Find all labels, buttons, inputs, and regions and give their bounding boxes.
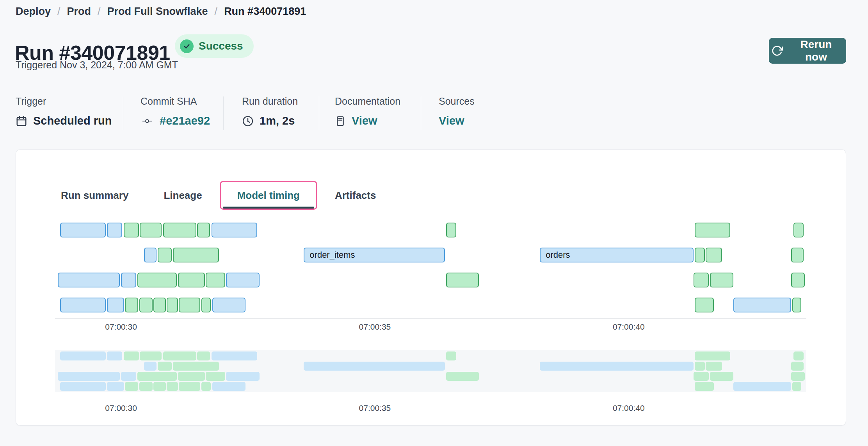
gantt-bar-blue[interactable] xyxy=(60,298,106,312)
gantt-bar-blue[interactable] xyxy=(226,273,260,287)
time-tick-label: 07:00:40 xyxy=(613,403,645,413)
gantt-bar-green[interactable] xyxy=(163,223,196,237)
gantt-bar-green[interactable] xyxy=(791,248,804,262)
gantt-bar-blue[interactable] xyxy=(107,298,124,312)
status-badge: Success xyxy=(175,34,254,58)
gantt-bar-blue[interactable] xyxy=(733,298,791,312)
breadcrumb-item-deploy[interactable]: Deploy xyxy=(16,5,51,18)
tab-bar: Run summary Lineage Model timing Artifac… xyxy=(43,181,393,210)
gantt-bar-green[interactable] xyxy=(446,273,479,287)
model-name-label: orders xyxy=(546,250,570,260)
documentation-view-link[interactable]: View xyxy=(352,114,377,127)
commit-sha-link[interactable]: #e21ae92 xyxy=(160,114,210,127)
meta-trigger: Trigger Scheduled run xyxy=(16,96,112,127)
overview-bar-blue xyxy=(212,382,245,391)
gantt-bar-green[interactable] xyxy=(125,298,138,312)
gantt-bar-green[interactable] xyxy=(792,298,801,312)
breadcrumb-separator: / xyxy=(98,5,101,18)
gantt-bar-blue[interactable] xyxy=(144,248,157,262)
overview-bar-green xyxy=(695,382,714,391)
overview-bar-blue xyxy=(304,362,445,371)
time-tick-label: 07:00:30 xyxy=(105,403,137,413)
overview-brush[interactable] xyxy=(55,350,806,392)
run-metadata-row: Trigger Scheduled run Commit SHA #e21ae9… xyxy=(0,96,868,133)
gantt-bar-green[interactable] xyxy=(173,248,219,262)
gantt-bar-green[interactable] xyxy=(153,298,165,312)
gantt-bar-green[interactable] xyxy=(710,273,733,287)
meta-trigger-value: Scheduled run xyxy=(33,114,112,127)
overview-bar-green xyxy=(179,382,200,391)
overview-bar-blue xyxy=(226,372,260,381)
breadcrumb-item-environment[interactable]: Prod Full Snowflake xyxy=(107,5,208,18)
refresh-icon xyxy=(771,45,783,57)
meta-documentation: Documentation View xyxy=(335,96,400,127)
meta-commit-sha: Commit SHA #e21ae92 xyxy=(141,96,210,127)
overview-bar-blue xyxy=(144,362,157,371)
gantt-bar-green[interactable] xyxy=(139,298,153,312)
overview-bar-blue xyxy=(733,382,791,391)
gantt-bar-green[interactable] xyxy=(695,223,730,237)
gantt-bar-green[interactable] xyxy=(178,273,205,287)
overview-bar-green xyxy=(173,362,219,371)
gantt-bar-green[interactable] xyxy=(695,248,705,262)
document-icon xyxy=(335,115,346,127)
meta-sources-label: Sources xyxy=(439,96,475,107)
gantt-bar-green[interactable] xyxy=(197,223,210,237)
time-tick-label: 07:00:40 xyxy=(613,322,645,332)
overview-bar-green xyxy=(167,382,178,391)
overview-axis-labels: 07:00:3007:00:3507:00:40 xyxy=(55,403,806,414)
overview-bar-green xyxy=(793,351,804,360)
gantt-bar-green[interactable] xyxy=(137,273,177,287)
gantt-bar-blue[interactable] xyxy=(58,273,120,287)
gantt-bar-green[interactable] xyxy=(793,223,804,237)
gantt-bar-green[interactable] xyxy=(124,223,139,237)
overview-row xyxy=(55,382,806,391)
gantt-bar-green[interactable] xyxy=(167,298,178,312)
gantt-row: order_itemsorders xyxy=(55,248,806,262)
overview-bar-green xyxy=(695,351,730,360)
tab-lineage[interactable]: Lineage xyxy=(146,181,219,210)
gantt-bar-blue[interactable] xyxy=(121,273,136,287)
overview-bar-green xyxy=(153,382,165,391)
gantt-bar-blue[interactable] xyxy=(212,223,257,237)
tab-artifacts[interactable]: Artifacts xyxy=(317,181,393,210)
gantt-bar-blue[interactable] xyxy=(60,223,106,237)
tab-model-timing[interactable]: Model timing xyxy=(220,181,317,210)
overview-bar-green xyxy=(706,362,722,371)
gantt-bar-green[interactable] xyxy=(446,223,456,237)
gantt-row xyxy=(55,273,806,287)
overview-bar-green xyxy=(139,382,153,391)
overview-bar-green xyxy=(446,351,456,360)
overview-bar-green xyxy=(206,372,225,381)
gantt-bar-blue[interactable] xyxy=(212,298,245,312)
meta-run-duration: Run duration 1m, 2s xyxy=(242,96,298,127)
overview-axis-line xyxy=(55,395,806,395)
breadcrumb-item-prod[interactable]: Prod xyxy=(67,5,91,18)
overview-bar-green xyxy=(791,372,805,381)
gantt-bar-blue[interactable]: order_items xyxy=(304,248,445,262)
gantt-bar-green[interactable] xyxy=(140,223,162,237)
breadcrumb-item-current-run: Run #340071891 xyxy=(224,5,306,18)
gantt-bar-green[interactable] xyxy=(791,273,805,287)
rerun-now-button[interactable]: Rerun now xyxy=(769,38,846,64)
overview-bar-blue xyxy=(58,372,120,381)
sources-view-link[interactable]: View xyxy=(439,114,464,127)
gantt-bar-blue[interactable] xyxy=(107,223,122,237)
status-badge-label: Success xyxy=(199,40,243,52)
model-name-label: order_items xyxy=(309,250,355,260)
tab-run-summary[interactable]: Run summary xyxy=(43,181,146,210)
gantt-bar-green[interactable] xyxy=(201,298,211,312)
gantt-bar-green[interactable] xyxy=(694,273,709,287)
meta-duration-label: Run duration xyxy=(242,96,298,107)
gantt-bar-green[interactable] xyxy=(158,248,172,262)
gantt-bar-blue[interactable]: orders xyxy=(540,248,694,262)
meta-divider xyxy=(223,96,224,130)
overview-bar-blue xyxy=(107,351,122,360)
gantt-bar-green[interactable] xyxy=(706,248,722,262)
gantt-bar-green[interactable] xyxy=(695,298,714,312)
calendar-icon xyxy=(16,115,27,127)
overview-bar-green xyxy=(710,372,733,381)
gantt-bar-green[interactable] xyxy=(179,298,200,312)
gantt-bar-green[interactable] xyxy=(206,273,225,287)
time-axis-labels: 07:00:3007:00:3507:00:40 xyxy=(55,322,806,333)
